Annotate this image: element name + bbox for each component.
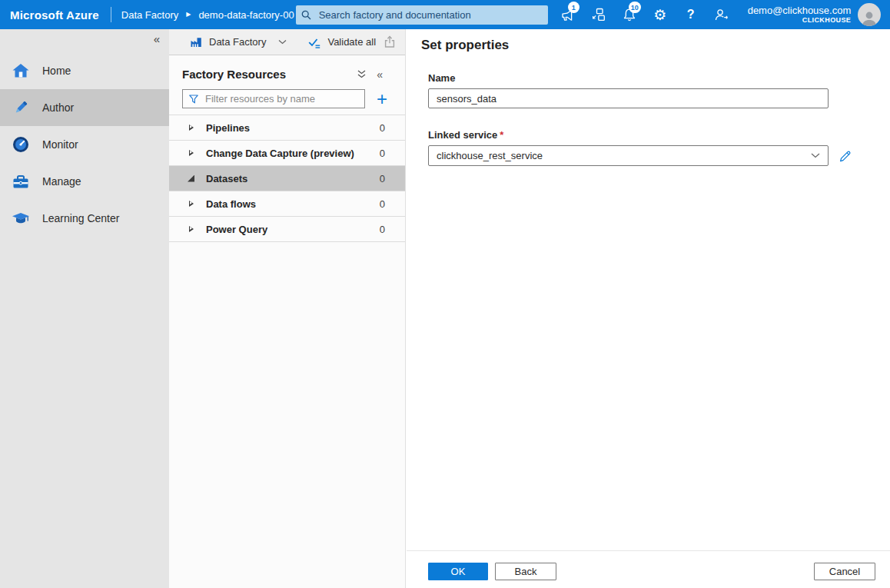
sidebar-item-home[interactable]: Home xyxy=(0,52,169,89)
account-info[interactable]: demo@clickhouse.com CLICKHOUSE xyxy=(748,5,852,25)
collapse-sidebar-icon[interactable]: « xyxy=(151,31,163,47)
canvas-toolbar: Data Factory Validate all xyxy=(169,29,405,55)
tree-item-datasets[interactable]: Datasets 0 xyxy=(169,166,405,191)
feedback-icon[interactable] xyxy=(706,0,737,29)
sidebar-item-manage[interactable]: Manage xyxy=(0,163,169,200)
item-count: 0 xyxy=(380,173,385,184)
home-icon xyxy=(12,61,32,80)
sidebar-item-label: Learning Center xyxy=(42,212,119,224)
name-field-label: Name xyxy=(428,72,865,84)
resource-tree: Pipelines 0 Change Data Capture (preview… xyxy=(169,115,405,242)
notification-badge: 10 xyxy=(629,2,641,13)
sidebar-item-label: Author xyxy=(42,101,74,114)
item-count: 0 xyxy=(380,198,385,210)
factory-resources-panel: Data Factory Validate all Factory Resour… xyxy=(169,29,406,588)
linked-service-dropdown[interactable]: clickhouse_rest_service xyxy=(428,145,829,166)
breadcrumb-chevron-icon: ▶ xyxy=(186,11,191,18)
tree-item-power-query[interactable]: Power Query 0 xyxy=(169,217,405,242)
chevron-right-icon[interactable] xyxy=(187,201,195,207)
factory-search xyxy=(294,5,548,25)
validate-all-label: Validate all xyxy=(327,36,376,48)
add-resource-button[interactable]: + xyxy=(372,91,392,107)
collapse-all-icon[interactable] xyxy=(357,70,367,78)
chevron-right-icon[interactable] xyxy=(187,150,195,156)
filter-funnel-icon xyxy=(188,94,199,105)
item-count: 0 xyxy=(380,224,385,235)
topbar-actions: 1 10 ⚙ ? xyxy=(553,0,737,29)
gear-icon[interactable]: ⚙ xyxy=(645,0,676,29)
chevron-down-icon xyxy=(278,39,287,45)
person-icon xyxy=(860,9,878,26)
linked-service-label: Linked service* xyxy=(428,129,865,141)
chevron-right-icon[interactable] xyxy=(187,125,195,131)
cancel-button[interactable]: Cancel xyxy=(814,563,875,580)
pencil-icon xyxy=(12,98,32,117)
tree-item-pipelines[interactable]: Pipelines 0 xyxy=(169,115,405,141)
gauge-icon xyxy=(12,135,32,154)
announcement-badge: 1 xyxy=(568,2,579,13)
dialog-footer: OK Back Cancel xyxy=(407,550,890,588)
top-bar: Microsoft Azure Data Factory ▶ demo-data… xyxy=(0,0,890,29)
name-input[interactable] xyxy=(428,88,829,108)
edit-linked-service-icon[interactable] xyxy=(839,149,852,163)
breadcrumb-resource[interactable]: demo-data-factory-00 xyxy=(198,9,294,21)
sidebar-item-label: Home xyxy=(42,65,71,77)
validate-all-button[interactable]: Validate all xyxy=(307,35,376,49)
set-properties-panel: Set properties Name Linked service* clic… xyxy=(407,29,890,588)
collapse-panel-icon[interactable]: « xyxy=(377,68,383,81)
factory-icon xyxy=(190,36,203,48)
breadcrumb-section[interactable]: Data Factory xyxy=(121,9,178,21)
factory-resources-header: Factory Resources « xyxy=(182,68,383,81)
back-button[interactable]: Back xyxy=(495,563,556,580)
avatar[interactable] xyxy=(858,3,881,26)
required-asterisk: * xyxy=(500,129,503,141)
sidebar-item-label: Monitor xyxy=(42,138,78,151)
chevron-down-icon xyxy=(811,153,820,158)
tree-item-change-data-capture[interactable]: Change Data Capture (preview) 0 xyxy=(169,141,405,166)
filter-resources-input[interactable] xyxy=(182,89,365,108)
page-title: Set properties xyxy=(421,38,890,53)
item-count: 0 xyxy=(380,148,385,159)
megaphone-icon[interactable]: 1 xyxy=(553,0,583,29)
help-icon[interactable]: ? xyxy=(676,0,706,29)
sidebar-item-label: Manage xyxy=(42,175,81,188)
tree-item-data-flows[interactable]: Data flows 0 xyxy=(169,191,405,217)
item-count: 0 xyxy=(380,122,385,134)
bell-icon[interactable]: 10 xyxy=(614,0,645,29)
factory-menu-label: Data Factory xyxy=(209,36,266,48)
user-org: CLICKHOUSE xyxy=(748,16,852,25)
toolbox-icon xyxy=(12,172,32,191)
chevron-right-icon[interactable] xyxy=(187,226,195,232)
search-input[interactable] xyxy=(296,5,548,25)
brand-divider xyxy=(111,7,111,22)
linked-service-value: clickhouse_rest_service xyxy=(437,150,543,161)
left-nav: « Home Author Monitor Manage xyxy=(0,29,169,588)
switch-environment-icon[interactable] xyxy=(583,0,614,29)
sidebar-item-author[interactable]: Author xyxy=(0,89,169,126)
resource-filter-row: + xyxy=(182,89,392,108)
graduation-cap-icon xyxy=(12,209,32,228)
validate-icon xyxy=(307,35,321,49)
ok-button[interactable]: OK xyxy=(428,563,488,580)
sidebar-item-learning-center[interactable]: Learning Center xyxy=(0,200,169,237)
panel-title: Factory Resources xyxy=(182,68,286,81)
export-icon[interactable] xyxy=(384,35,396,48)
data-factory-menu[interactable]: Data Factory xyxy=(190,36,287,48)
search-icon xyxy=(301,10,311,20)
sidebar-item-monitor[interactable]: Monitor xyxy=(0,126,169,163)
chevron-expanded-icon[interactable] xyxy=(187,175,195,182)
user-email: demo@clickhouse.com xyxy=(748,5,852,17)
azure-brand[interactable]: Microsoft Azure xyxy=(0,8,111,22)
